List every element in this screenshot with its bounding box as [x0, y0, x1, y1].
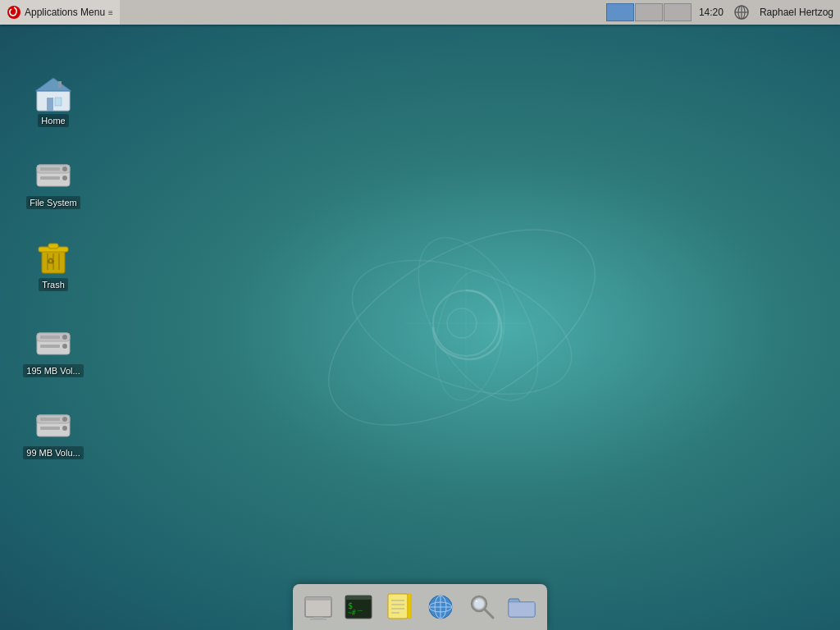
vol99-icon-image: [34, 405, 73, 445]
desktop: Home File System: [0, 25, 840, 630]
vol195-desktop-icon[interactable]: 195 MB Vol...: [16, 320, 90, 381]
svg-point-6: [335, 234, 590, 420]
svg-rect-20: [40, 167, 60, 171]
browser-globe-icon: [426, 592, 455, 622]
app-menu-button[interactable]: Applications Menu ≡: [0, 0, 120, 25]
trash-desktop-icon[interactable]: ♻ Trash: [16, 234, 90, 294]
user-name-display: Raphael Hertzog: [753, 7, 840, 18]
folder-icon: [507, 592, 536, 622]
svg-point-40: [62, 417, 67, 422]
svg-text:♻: ♻: [47, 257, 54, 266]
workspace-2-button[interactable]: [635, 3, 663, 21]
trash-svg-icon: ♻: [34, 237, 73, 276]
svg-rect-39: [40, 418, 60, 421]
home-desktop-icon[interactable]: Home: [16, 70, 90, 130]
svg-rect-48: [345, 596, 372, 600]
svg-point-34: [62, 335, 67, 340]
svg-point-7: [395, 218, 563, 420]
app-menu-label: Applications Menu: [25, 7, 105, 18]
vol195-svg-icon: [34, 323, 73, 363]
filesystem-icon-image: [34, 155, 73, 194]
terminal-icon: $ _ ~#: [344, 592, 373, 622]
clock-display: 14:20: [692, 7, 730, 18]
vol195-icon-image: [34, 323, 73, 363]
search-magnifier-icon: [467, 592, 496, 622]
debian-logo-icon: [7, 5, 21, 20]
top-panel: Applications Menu ≡ 14:20 Raphael Hertzo…: [0, 0, 840, 25]
home-icon-image: [34, 73, 73, 112]
vol195-icon-label: 195 MB Vol...: [23, 364, 83, 377]
filesystem-desktop-icon[interactable]: File System: [16, 152, 90, 212]
svg-rect-52: [408, 594, 411, 619]
workspace-1-button[interactable]: [606, 3, 634, 21]
workspace-3-button[interactable]: [664, 3, 692, 21]
panel-left: Applications Menu ≡: [0, 0, 120, 25]
svg-point-42: [62, 426, 67, 431]
svg-point-36: [62, 344, 67, 349]
svg-line-63: [485, 609, 493, 618]
files-button[interactable]: [503, 588, 541, 626]
filesystem-svg-icon: [34, 155, 73, 194]
vol99-desktop-icon[interactable]: 99 MB Volu...: [16, 402, 90, 463]
svg-rect-17: [58, 81, 62, 88]
svg-rect-51: [388, 594, 408, 619]
app-menu-arrow: ≡: [108, 8, 113, 17]
svg-rect-26: [48, 244, 58, 249]
network-svg-icon: [733, 4, 750, 21]
svg-point-5: [298, 189, 626, 465]
svg-rect-22: [40, 176, 60, 180]
filesystem-icon-label: File System: [26, 196, 80, 209]
show-desktop-button[interactable]: [299, 588, 337, 626]
network-icon[interactable]: [731, 2, 752, 23]
trash-icon-image: ♻: [34, 237, 73, 276]
debian-swirl-background: [298, 163, 626, 491]
svg-rect-41: [40, 427, 60, 430]
terminal-button[interactable]: $ _ ~#: [340, 588, 378, 626]
svg-rect-44: [305, 597, 331, 600]
home-svg-icon: [34, 73, 73, 112]
svg-text:~#: ~#: [348, 609, 356, 617]
panel-right: 14:20 Raphael Hertzog: [606, 0, 840, 25]
svg-rect-16: [55, 98, 62, 106]
notes-button[interactable]: [381, 588, 418, 626]
vol99-icon-label: 99 MB Volu...: [23, 446, 83, 459]
svg-point-23: [62, 176, 67, 180]
trash-icon-label: Trash: [39, 278, 68, 291]
notes-icon: [385, 592, 414, 622]
svg-rect-46: [310, 619, 326, 620]
svg-marker-14: [35, 78, 71, 91]
svg-point-64: [474, 599, 484, 609]
vol99-svg-icon: [34, 405, 73, 445]
taskbar: $ _ ~#: [293, 584, 547, 630]
browser-button[interactable]: [422, 588, 459, 626]
home-icon-label: Home: [38, 114, 68, 127]
svg-point-21: [62, 167, 67, 171]
svg-rect-33: [40, 336, 60, 339]
svg-rect-35: [40, 345, 60, 348]
svg-rect-15: [47, 98, 53, 111]
search-button[interactable]: [463, 588, 500, 626]
show-desktop-icon: [304, 592, 333, 622]
